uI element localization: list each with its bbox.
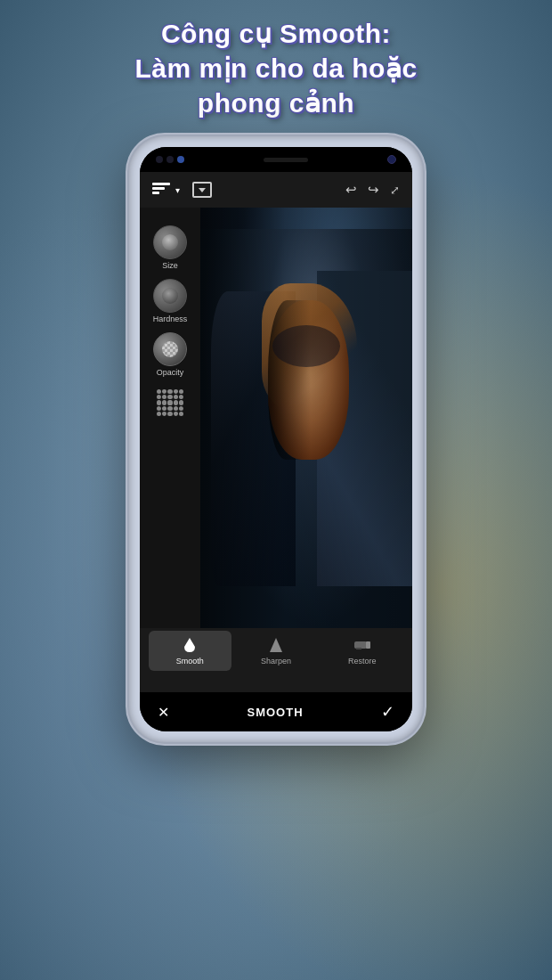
hardness-label: Hardness bbox=[153, 314, 188, 323]
app-toolbar: ▾ ↩ ↪ ⤢ bbox=[140, 172, 412, 208]
size-tool[interactable]: Size bbox=[153, 225, 187, 270]
tool-options-bar: Smooth Sharpen bbox=[140, 628, 412, 673]
restore-icon bbox=[353, 636, 371, 654]
confirm-button[interactable]: ✓ bbox=[381, 702, 394, 722]
import-image-icon bbox=[192, 182, 212, 198]
grid-tool[interactable] bbox=[153, 386, 187, 420]
title-text: Công cụ Smooth: Làm mịn cho da hoặc phon… bbox=[18, 16, 534, 120]
redo-button[interactable]: ↪ bbox=[368, 182, 379, 198]
expand-button[interactable]: ⤢ bbox=[390, 184, 400, 197]
photo-canvas[interactable] bbox=[200, 208, 412, 628]
title-line2: Làm mịn cho da hoặc bbox=[134, 53, 417, 83]
phone-device: ▾ ↩ ↪ ⤢ bbox=[129, 136, 423, 742]
svg-rect-2 bbox=[366, 641, 370, 649]
phone-wrapper: ▾ ↩ ↪ ⤢ bbox=[0, 136, 552, 742]
import-arrow bbox=[199, 188, 206, 192]
smooth-icon bbox=[181, 636, 199, 654]
undo-button[interactable]: ↩ bbox=[345, 182, 357, 198]
svg-marker-0 bbox=[270, 638, 282, 652]
hardness-tool[interactable]: Hardness bbox=[153, 279, 188, 323]
sharpen-label: Sharpen bbox=[261, 657, 291, 666]
title-area: Công cụ Smooth: Làm mịn cho da hoặc phon… bbox=[0, 0, 552, 129]
tool-title: SMOOTH bbox=[247, 706, 303, 719]
import-image-button[interactable] bbox=[192, 182, 212, 198]
dot3 bbox=[177, 156, 184, 163]
title-line3: phong cảnh bbox=[198, 88, 354, 118]
smooth-option[interactable]: Smooth bbox=[149, 631, 231, 671]
size-circle-icon bbox=[153, 225, 187, 259]
canvas-area: Size Hardness Opacity bbox=[140, 208, 412, 628]
layers-icon bbox=[152, 183, 170, 197]
toolbar-right: ↩ ↪ ⤢ bbox=[345, 182, 400, 198]
opacity-label: Opacity bbox=[157, 368, 184, 377]
cancel-button[interactable]: ✕ bbox=[158, 704, 169, 721]
phone-screen: ▾ ↩ ↪ ⤢ bbox=[140, 147, 412, 731]
restore-option[interactable]: Restore bbox=[321, 631, 403, 671]
size-label: Size bbox=[162, 261, 178, 270]
layers-chevron-icon[interactable]: ▾ bbox=[175, 185, 180, 195]
hardness-circle-icon bbox=[153, 279, 187, 313]
photo-image bbox=[200, 208, 412, 628]
title-line1: Công cụ Smooth: bbox=[161, 19, 391, 48]
smooth-label: Smooth bbox=[176, 657, 204, 666]
sharpen-icon bbox=[267, 636, 285, 654]
tools-panel: Size Hardness Opacity bbox=[140, 208, 200, 628]
confirm-bar: ✕ SMOOTH ✓ bbox=[140, 692, 412, 731]
phone-status-bar bbox=[140, 147, 412, 172]
opacity-tool[interactable]: Opacity bbox=[153, 332, 187, 377]
speaker-bar bbox=[264, 158, 308, 162]
bottom-tools: Smooth Sharpen bbox=[140, 628, 412, 692]
opacity-circle-icon bbox=[153, 332, 187, 366]
camera-area bbox=[156, 156, 184, 163]
svg-rect-1 bbox=[354, 641, 367, 649]
toolbar-left: ▾ bbox=[152, 183, 180, 197]
sharpen-option[interactable]: Sharpen bbox=[235, 631, 318, 671]
front-camera bbox=[387, 155, 396, 164]
dot2 bbox=[166, 156, 174, 163]
dot1 bbox=[156, 156, 163, 163]
restore-label: Restore bbox=[348, 657, 377, 666]
layers-button[interactable] bbox=[152, 183, 170, 197]
